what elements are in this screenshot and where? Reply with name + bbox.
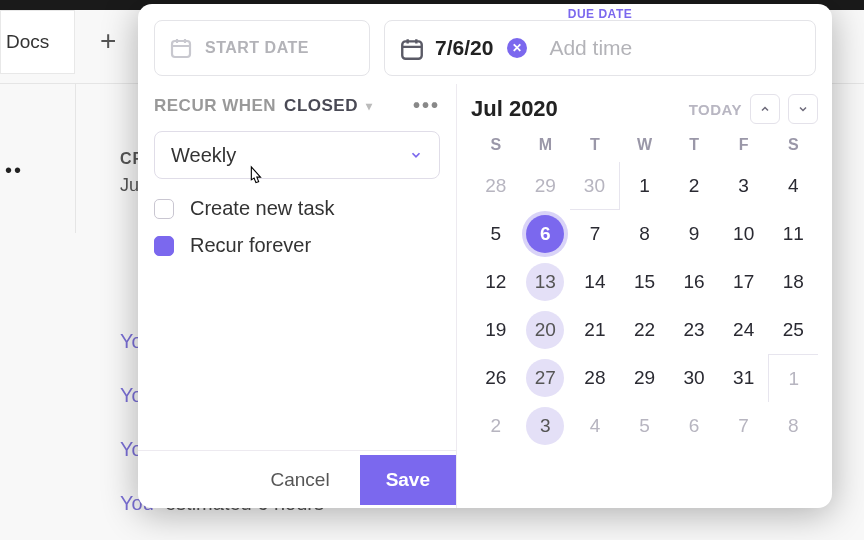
calendar-day[interactable]: 1 — [620, 162, 670, 210]
frequency-value: Weekly — [171, 144, 236, 167]
calendar-day[interactable]: 18 — [768, 258, 818, 306]
calendar-dow: W — [620, 136, 670, 154]
tab-docs[interactable]: Docs — [0, 10, 75, 74]
calendar-week: 19202122232425 — [471, 306, 818, 354]
recur-prefix: RECUR WHEN — [154, 96, 276, 116]
recur-state: CLOSED — [284, 96, 358, 116]
calendar-day[interactable]: 28 — [570, 354, 620, 402]
calendar-day[interactable]: 19 — [471, 306, 521, 354]
calendar-day[interactable]: 7 — [570, 210, 620, 258]
recur-forever-option[interactable]: Recur forever — [154, 234, 440, 257]
calendar-header: Jul 2020 TODAY — [471, 94, 818, 124]
calendar-day[interactable]: 2 — [471, 402, 521, 450]
more-icon[interactable]: •• — [5, 159, 23, 182]
calendar-day[interactable]: 6 — [669, 402, 719, 450]
calendar-day[interactable]: 3 — [521, 402, 571, 450]
due-date-value: 7/6/20 — [435, 36, 493, 60]
clear-due-date-icon[interactable]: ✕ — [507, 38, 527, 58]
calendar-day[interactable]: 6 — [521, 210, 571, 258]
calendar-day[interactable]: 4 — [570, 402, 620, 450]
add-tab-icon[interactable]: + — [100, 25, 116, 57]
calendar-day[interactable]: 22 — [620, 306, 670, 354]
create-new-task-label: Create new task — [190, 197, 335, 220]
calendar-day[interactable]: 8 — [768, 402, 818, 450]
calendar-dow: S — [768, 136, 818, 154]
calendar-day[interactable]: 2 — [669, 162, 719, 210]
calendar-day[interactable]: 16 — [669, 258, 719, 306]
start-date-field[interactable]: START DATE — [154, 20, 370, 76]
footer: Cancel Save — [138, 450, 456, 508]
calendar-day[interactable]: 11 — [768, 210, 818, 258]
calendar-day[interactable]: 30 — [570, 162, 620, 210]
calendar-week: 567891011 — [471, 210, 818, 258]
chevron-down-icon — [409, 144, 423, 167]
popup-body: RECUR WHEN CLOSED ▾ ••• Weekly Create ne… — [138, 84, 832, 508]
calendar-icon — [169, 36, 193, 60]
calendar-grid: 2829301234567891011121314151617181920212… — [471, 162, 818, 450]
calendar-day[interactable]: 29 — [620, 354, 670, 402]
chevron-down-icon: ▾ — [366, 99, 373, 113]
calendar-day[interactable]: 24 — [719, 306, 769, 354]
selected-day-marker: 6 — [526, 215, 564, 253]
add-time-button[interactable]: Add time — [549, 36, 632, 60]
due-date-field[interactable]: DUE DATE 7/6/20 ✕ Add time — [384, 20, 816, 76]
calendar-day[interactable]: 23 — [669, 306, 719, 354]
calendar-day[interactable]: 5 — [471, 210, 521, 258]
calendar-day[interactable]: 25 — [768, 306, 818, 354]
calendar-dow: M — [521, 136, 571, 154]
calendar-day[interactable]: 1 — [768, 354, 818, 402]
calendar-week: 2345678 — [471, 402, 818, 450]
calendar-dow: F — [719, 136, 769, 154]
recur-forever-label: Recur forever — [190, 234, 311, 257]
calendar-day[interactable]: 20 — [521, 306, 571, 354]
due-date-label: DUE DATE — [568, 7, 632, 21]
recurring-day-marker: 3 — [526, 407, 564, 445]
create-new-task-option[interactable]: Create new task — [154, 197, 440, 220]
recurring-day-marker: 13 — [526, 263, 564, 301]
calendar-day[interactable]: 13 — [521, 258, 571, 306]
calendar-dow: T — [669, 136, 719, 154]
recur-trigger-select[interactable]: RECUR WHEN CLOSED ▾ ••• — [154, 94, 440, 117]
calendar-dow-row: SMTWTFS — [471, 136, 818, 154]
svg-rect-1 — [402, 41, 422, 58]
calendar-day[interactable]: 3 — [719, 162, 769, 210]
calendar-day[interactable]: 21 — [570, 306, 620, 354]
date-row: START DATE DUE DATE 7/6/20 ✕ Add time — [138, 4, 832, 84]
calendar-day[interactable]: 14 — [570, 258, 620, 306]
calendar-day[interactable]: 28 — [471, 162, 521, 210]
frequency-dropdown[interactable]: Weekly — [154, 131, 440, 179]
calendar-day[interactable]: 26 — [471, 354, 521, 402]
calendar-panel: Jul 2020 TODAY SMTWTFS 28293012345678910… — [457, 84, 832, 508]
calendar-day[interactable]: 9 — [669, 210, 719, 258]
calendar-day[interactable]: 27 — [521, 354, 571, 402]
calendar-day[interactable]: 5 — [620, 402, 670, 450]
calendar-day[interactable]: 15 — [620, 258, 670, 306]
more-options-icon[interactable]: ••• — [413, 94, 440, 117]
recurring-day-marker: 27 — [526, 359, 564, 397]
calendar-day[interactable]: 8 — [620, 210, 670, 258]
date-picker-popup: START DATE DUE DATE 7/6/20 ✕ Add time RE… — [138, 4, 832, 508]
checkbox-icon[interactable] — [154, 199, 174, 219]
calendar-day[interactable]: 4 — [768, 162, 818, 210]
recurring-day-marker: 20 — [526, 311, 564, 349]
tab-docs-label: Docs — [6, 31, 49, 53]
bg-text: Ju — [120, 175, 139, 196]
save-button[interactable]: Save — [360, 455, 456, 505]
next-month-button[interactable] — [788, 94, 818, 124]
calendar-dow: S — [471, 136, 521, 154]
recurrence-panel: RECUR WHEN CLOSED ▾ ••• Weekly Create ne… — [138, 84, 457, 508]
calendar-day[interactable]: 12 — [471, 258, 521, 306]
calendar-day[interactable]: 31 — [719, 354, 769, 402]
calendar-day[interactable]: 10 — [719, 210, 769, 258]
calendar-week: 2829301234 — [471, 162, 818, 210]
calendar-day[interactable]: 7 — [719, 402, 769, 450]
calendar-day[interactable]: 30 — [669, 354, 719, 402]
calendar-day[interactable]: 17 — [719, 258, 769, 306]
calendar-day[interactable]: 29 — [521, 162, 571, 210]
checkbox-icon[interactable] — [154, 236, 174, 256]
svg-rect-0 — [172, 41, 190, 57]
cancel-button[interactable]: Cancel — [264, 469, 335, 491]
today-button[interactable]: TODAY — [689, 101, 742, 118]
prev-month-button[interactable] — [750, 94, 780, 124]
calendar-week: 2627282930311 — [471, 354, 818, 402]
